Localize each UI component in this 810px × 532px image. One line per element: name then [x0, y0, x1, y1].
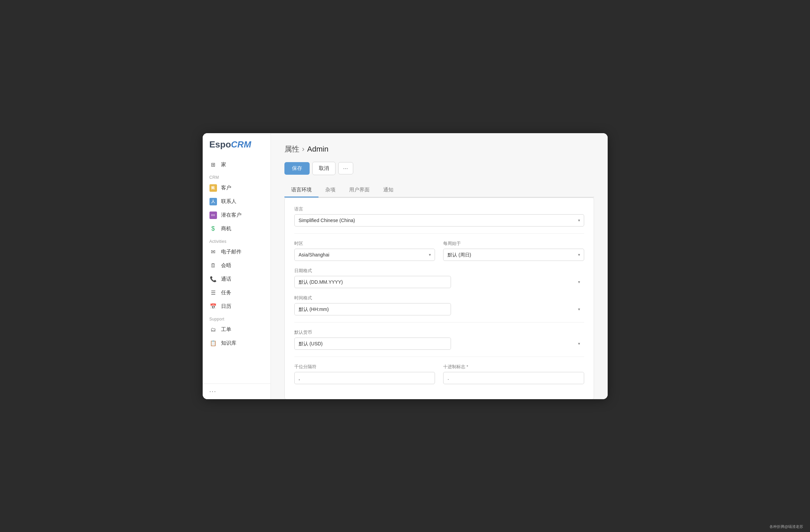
sidebar-footer: ···: [203, 384, 270, 399]
week-start-select[interactable]: 默认 (周日)周一周六: [443, 249, 584, 261]
sidebar-item-kb[interactable]: 📋 知识库: [203, 337, 270, 350]
toolbar: 保存 取消 ···: [284, 162, 594, 175]
sidebar: EspoCRM ⊞ 家 CRM 账 客户 人 联系人 ≡≡ 潜在客户: [203, 133, 271, 399]
tabs-bar: 语言环境 杂项 用户界面 通知: [284, 183, 594, 198]
time-format-label: 时间格式: [294, 295, 584, 301]
tasks-icon: ☰: [209, 289, 217, 297]
currency-row: 默认货币 默认 (USD)EURCNY ▾: [294, 329, 584, 350]
tab-misc[interactable]: 杂项: [318, 183, 342, 198]
currency-select[interactable]: 默认 (USD)EURCNY: [294, 338, 451, 350]
divider-2: [294, 322, 584, 323]
divider-3: [294, 357, 584, 357]
sidebar-item-opportunities-label: 商机: [221, 225, 231, 232]
calendar-icon: 📅: [209, 303, 217, 310]
leads-icon: ≡≡: [209, 212, 217, 219]
sidebar-item-emails-label: 电子邮件: [221, 249, 242, 255]
currency-select-wrap: 默认 (USD)EURCNY ▾: [294, 338, 584, 350]
home-icon: ⊞: [209, 161, 217, 169]
date-format-label: 日期格式: [294, 268, 584, 274]
date-format-select[interactable]: 默认 (DD.MM.YYYY)MM/DD/YYYYYYYY-MM-DD: [294, 276, 451, 288]
kb-icon: 📋: [209, 340, 217, 347]
separators-row: 千位分隔符 十进制标志 *: [294, 364, 584, 384]
cancel-button[interactable]: 取消: [312, 162, 336, 175]
more-button[interactable]: ···: [338, 162, 354, 174]
date-format-row: 日期格式 默认 (DD.MM.YYYY)MM/DD/YYYYYYYY-MM-DD…: [294, 268, 584, 288]
sidebar-item-calendar-label: 日历: [221, 303, 231, 310]
sidebar-item-contacts[interactable]: 人 联系人: [203, 195, 270, 208]
accounts-icon: 账: [209, 184, 217, 192]
tab-ui[interactable]: 用户界面: [342, 183, 376, 198]
currency-select-arrow: ▾: [578, 341, 580, 346]
thousand-sep-input[interactable]: [294, 372, 435, 384]
sidebar-item-emails[interactable]: ✉ 电子邮件: [203, 245, 270, 259]
divider-1: [294, 233, 584, 234]
form-panel: 语言 Simplified Chinese (China)English (US…: [284, 198, 594, 399]
time-format-select-arrow: ▾: [578, 307, 580, 312]
sidebar-nav: ⊞ 家 CRM 账 客户 人 联系人 ≡≡ 潜在客户 $ 商机 Activit: [203, 155, 270, 384]
sidebar-item-calls-label: 通话: [221, 276, 231, 282]
sidebar-item-kb-label: 知识库: [221, 340, 236, 346]
sidebar-item-meetings-label: 会晤: [221, 262, 231, 269]
main-content: 属性 › Admin 保存 取消 ··· 语言环境 杂项 用户界面: [271, 133, 608, 399]
sidebar-item-accounts[interactable]: 账 客户: [203, 181, 270, 195]
sidebar-more-button[interactable]: ···: [209, 388, 217, 395]
breadcrumb-separator: ›: [302, 145, 305, 154]
week-start-select-wrap: 默认 (周日)周一周六 ▾: [443, 249, 584, 261]
thousand-sep-col: 千位分隔符: [294, 364, 435, 384]
sidebar-item-leads-label: 潜在客户: [221, 212, 242, 218]
language-label: 语言: [294, 206, 584, 212]
timezone-week-row: 时区 Asia/ShanghaiUTCAmerica/New_York ▾ 每周…: [294, 240, 584, 261]
sidebar-item-tasks[interactable]: ☰ 任务: [203, 286, 270, 300]
logo-crm: CRM: [231, 139, 251, 150]
date-format-select-wrap: 默认 (DD.MM.YYYY)MM/DD/YYYYYYYY-MM-DD ▾: [294, 276, 584, 288]
currency-label: 默认货币: [294, 329, 584, 335]
language-select[interactable]: Simplified Chinese (China)English (US)En…: [294, 214, 584, 226]
opportunities-icon: $: [209, 225, 217, 233]
language-select-wrap: Simplified Chinese (China)English (US)En…: [294, 214, 584, 226]
activities-section-label: Activities: [203, 236, 270, 245]
breadcrumb-current: Admin: [307, 145, 328, 154]
meetings-icon: 🗓: [209, 262, 217, 269]
sidebar-item-home[interactable]: ⊞ 家: [203, 158, 270, 172]
email-icon: ✉: [209, 248, 217, 256]
tab-notifications[interactable]: 通知: [376, 183, 400, 198]
contacts-icon: 人: [209, 198, 217, 205]
sidebar-item-meetings[interactable]: 🗓 会晤: [203, 259, 270, 272]
tickets-icon: 🗂: [209, 326, 217, 333]
save-button[interactable]: 保存: [284, 162, 310, 175]
sidebar-item-home-label: 家: [221, 161, 226, 168]
sidebar-item-accounts-label: 客户: [221, 185, 231, 191]
watermark: 各种折腾@嗝渣老苏: [769, 524, 803, 529]
tab-locale[interactable]: 语言环境: [284, 183, 318, 198]
decimal-mark-input[interactable]: [443, 372, 584, 384]
sidebar-item-tasks-label: 任务: [221, 290, 231, 296]
crm-section-label: CRM: [203, 172, 270, 181]
support-section-label: Support: [203, 313, 270, 323]
time-format-select[interactable]: 默认 (HH:mm)hh:mm aH:mm: [294, 303, 451, 315]
timezone-col: 时区 Asia/ShanghaiUTCAmerica/New_York ▾: [294, 240, 435, 261]
thousand-sep-label: 千位分隔符: [294, 364, 435, 370]
sidebar-item-calls[interactable]: 📞 通话: [203, 272, 270, 286]
sidebar-item-contacts-label: 联系人: [221, 198, 236, 205]
sidebar-item-opportunities[interactable]: $ 商机: [203, 222, 270, 236]
sidebar-item-tickets-label: 工单: [221, 326, 231, 333]
date-format-select-arrow: ▾: [578, 280, 580, 284]
sidebar-item-tickets[interactable]: 🗂 工单: [203, 323, 270, 337]
breadcrumb: 属性 › Admin: [284, 144, 594, 154]
calls-icon: 📞: [209, 276, 217, 283]
breadcrumb-parent[interactable]: 属性: [284, 144, 299, 154]
timezone-select[interactable]: Asia/ShanghaiUTCAmerica/New_York: [294, 249, 435, 261]
week-start-label: 每周始于: [443, 240, 584, 247]
language-row: 语言 Simplified Chinese (China)English (US…: [294, 206, 584, 226]
decimal-mark-col: 十进制标志 *: [443, 364, 584, 384]
sidebar-item-leads[interactable]: ≡≡ 潜在客户: [203, 208, 270, 222]
time-format-select-wrap: 默认 (HH:mm)hh:mm aH:mm ▾: [294, 303, 584, 315]
time-format-row: 时间格式 默认 (HH:mm)hh:mm aH:mm ▾: [294, 295, 584, 315]
week-start-col: 每周始于 默认 (周日)周一周六 ▾: [443, 240, 584, 261]
timezone-select-wrap: Asia/ShanghaiUTCAmerica/New_York ▾: [294, 249, 435, 261]
sidebar-item-calendar[interactable]: 📅 日历: [203, 300, 270, 313]
decimal-mark-label: 十进制标志 *: [443, 364, 584, 370]
timezone-label: 时区: [294, 240, 435, 247]
logo: EspoCRM: [203, 133, 270, 155]
logo-espo: Espo: [209, 139, 231, 150]
